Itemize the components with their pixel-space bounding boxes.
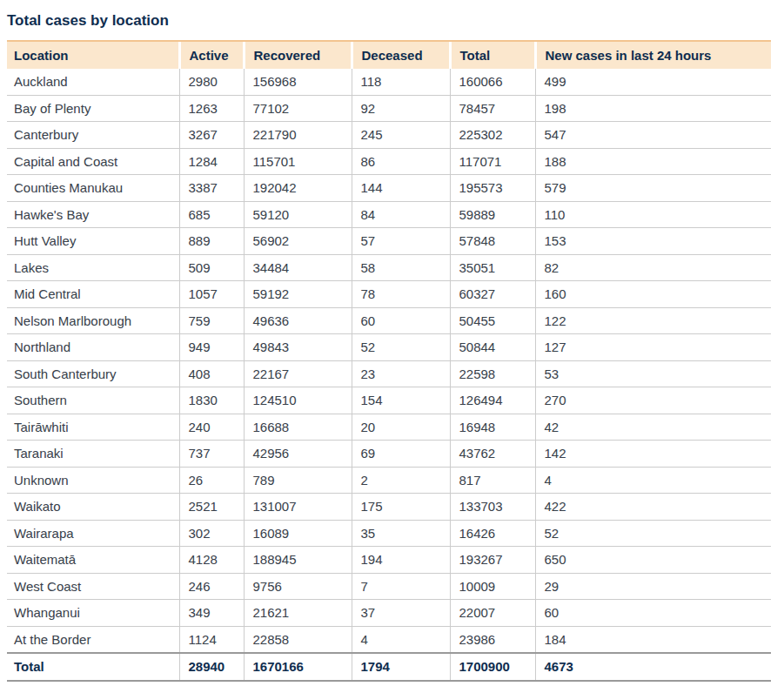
- value-cell: 77102: [244, 95, 352, 122]
- value-cell: 1794: [352, 653, 450, 681]
- table-row: Lakes50934484583505182: [7, 254, 771, 281]
- table-row: Hawke's Bay685591208459889110: [7, 201, 771, 228]
- value-cell: 10009: [450, 573, 535, 600]
- value-cell: 144: [352, 175, 450, 202]
- value-cell: 127: [535, 334, 771, 361]
- value-cell: 1670166: [244, 653, 352, 681]
- table-row: Wairarapa30216089351642652: [7, 520, 771, 547]
- location-cell: Whanganui: [7, 600, 179, 627]
- value-cell: 160: [535, 281, 771, 308]
- table-row: Whanganui34921621372200760: [7, 600, 771, 627]
- value-cell: 42: [535, 414, 771, 441]
- value-cell: 154: [352, 387, 450, 414]
- value-cell: 499: [535, 69, 771, 95]
- value-cell: 1700900: [450, 653, 535, 681]
- value-cell: 115701: [244, 148, 352, 175]
- value-cell: 82: [535, 254, 771, 281]
- table-row: Mid Central1057591927860327160: [7, 281, 771, 308]
- value-cell: 685: [179, 201, 244, 228]
- value-cell: 817: [450, 467, 535, 494]
- location-cell: Wairarapa: [7, 520, 179, 547]
- table-body: Auckland2980156968118160066499Bay of Ple…: [7, 69, 771, 681]
- value-cell: 9756: [244, 573, 352, 600]
- value-cell: 34484: [244, 254, 352, 281]
- value-cell: 16089: [244, 520, 352, 547]
- location-cell: Southern: [7, 387, 179, 414]
- value-cell: 1263: [179, 95, 244, 122]
- value-cell: 124510: [244, 387, 352, 414]
- value-cell: 37: [352, 600, 450, 627]
- column-header-total: Total: [450, 42, 535, 69]
- value-cell: 28940: [179, 653, 244, 681]
- value-cell: 35051: [450, 254, 535, 281]
- value-cell: 1284: [179, 148, 244, 175]
- value-cell: 188: [535, 148, 771, 175]
- value-cell: 60: [352, 307, 450, 334]
- location-cell: Canterbury: [7, 122, 179, 149]
- value-cell: 133703: [450, 494, 535, 521]
- value-cell: 1124: [179, 626, 244, 653]
- table-row: Waikato2521131007175133703422: [7, 494, 771, 521]
- value-cell: 2980: [179, 69, 244, 95]
- table-row: West Coast246975671000929: [7, 573, 771, 600]
- cases-table-wrap: LocationActiveRecoveredDeceasedTotalNew …: [7, 40, 771, 682]
- value-cell: 188945: [244, 547, 352, 574]
- value-cell: 949: [179, 334, 244, 361]
- table-row: Tairāwhiti24016688201694842: [7, 414, 771, 441]
- location-cell: Bay of Plenty: [7, 95, 179, 122]
- value-cell: 59120: [244, 201, 352, 228]
- value-cell: 7: [352, 573, 450, 600]
- value-cell: 349: [179, 600, 244, 627]
- value-cell: 42956: [244, 441, 352, 468]
- value-cell: 69: [352, 441, 450, 468]
- value-cell: 175: [352, 494, 450, 521]
- value-cell: 78457: [450, 95, 535, 122]
- table-row: Southern1830124510154126494270: [7, 387, 771, 414]
- value-cell: 270: [535, 387, 771, 414]
- value-cell: 23986: [450, 626, 535, 653]
- value-cell: 1830: [179, 387, 244, 414]
- value-cell: 26: [179, 467, 244, 494]
- value-cell: 3267: [179, 122, 244, 149]
- value-cell: 21621: [244, 600, 352, 627]
- value-cell: 16426: [450, 520, 535, 547]
- table-row: South Canterbury40822167232259853: [7, 360, 771, 387]
- value-cell: 110: [535, 201, 771, 228]
- value-cell: 22007: [450, 600, 535, 627]
- value-cell: 23: [352, 360, 450, 387]
- table-row: Hutt Valley889569025757848153: [7, 228, 771, 255]
- value-cell: 60327: [450, 281, 535, 308]
- value-cell: 22858: [244, 626, 352, 653]
- value-cell: 198: [535, 95, 771, 122]
- value-cell: 57: [352, 228, 450, 255]
- value-cell: 579: [535, 175, 771, 202]
- location-cell: South Canterbury: [7, 360, 179, 387]
- value-cell: 53: [535, 360, 771, 387]
- value-cell: 156968: [244, 69, 352, 95]
- value-cell: 302: [179, 520, 244, 547]
- value-cell: 153: [535, 228, 771, 255]
- value-cell: 422: [535, 494, 771, 521]
- value-cell: 92: [352, 95, 450, 122]
- table-row: Nelson Marlborough759496366050455122: [7, 307, 771, 334]
- value-cell: 52: [535, 520, 771, 547]
- value-cell: 246: [179, 573, 244, 600]
- value-cell: 4673: [535, 653, 771, 681]
- table-row: Northland949498435250844127: [7, 334, 771, 361]
- value-cell: 737: [179, 441, 244, 468]
- value-cell: 59889: [450, 201, 535, 228]
- table-row: Bay of Plenty1263771029278457198: [7, 95, 771, 122]
- value-cell: 2: [352, 467, 450, 494]
- location-cell: Counties Manukau: [7, 175, 179, 202]
- value-cell: 225302: [450, 122, 535, 149]
- value-cell: 889: [179, 228, 244, 255]
- value-cell: 16688: [244, 414, 352, 441]
- value-cell: 509: [179, 254, 244, 281]
- value-cell: 240: [179, 414, 244, 441]
- value-cell: 50455: [450, 307, 535, 334]
- value-cell: 789: [244, 467, 352, 494]
- location-cell: Auckland: [7, 69, 179, 95]
- value-cell: 245: [352, 122, 450, 149]
- value-cell: 20: [352, 414, 450, 441]
- location-cell: Unknown: [7, 467, 179, 494]
